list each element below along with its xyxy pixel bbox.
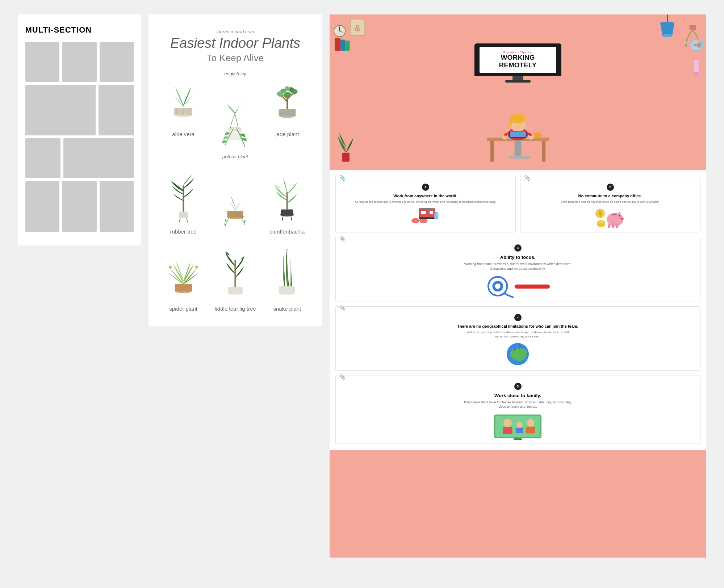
decor-lamp xyxy=(657,14,677,49)
svg-point-76 xyxy=(695,73,696,74)
benefit-desc-1: As long as the technology is available t… xyxy=(339,200,512,204)
plant-pothos: pothos plant xyxy=(211,154,259,235)
benefit-desc-5: Employees don't have to choose between w… xyxy=(464,400,572,409)
svg-line-20 xyxy=(187,218,188,222)
svg-point-101 xyxy=(597,220,605,223)
svg-rect-35 xyxy=(228,287,243,294)
benefit-desc-2: Save both time and money that would be s… xyxy=(524,200,696,204)
benefit-card-3: 📎 3 Ability to focus. Working from home … xyxy=(335,237,700,302)
panel-title: MULTI-SECTION xyxy=(25,25,134,35)
clip-icon-3: 📎 xyxy=(339,236,346,242)
benefit-card-4: 📎 4 There are no geographical limitation… xyxy=(335,306,700,370)
plant-aloe-img xyxy=(159,71,208,129)
svg-rect-63 xyxy=(518,139,522,156)
grid-cell xyxy=(25,138,60,178)
plant-aloe-label: aloe vera xyxy=(172,131,194,137)
svg-rect-95 xyxy=(608,224,610,228)
svg-rect-97 xyxy=(616,224,618,228)
svg-line-105 xyxy=(505,294,512,297)
benefit-card-1: 📎 1 Work from anywhere in the world. As … xyxy=(335,176,516,232)
plant-pothos-label-top: pothos plant xyxy=(222,154,248,159)
svg-point-32 xyxy=(168,265,172,269)
benefit-2-icon: $ xyxy=(524,207,696,228)
benefit-card-2: 📎 2 No commute to a company office. Save… xyxy=(520,176,700,232)
svg-text:$: $ xyxy=(599,210,602,216)
plants-title: Easiest Indoor Plants xyxy=(159,36,311,51)
benefit-title-3: Ability to focus. xyxy=(339,255,696,260)
svg-rect-120 xyxy=(514,438,522,440)
svg-rect-40 xyxy=(279,286,295,293)
svg-point-114 xyxy=(503,419,512,427)
svg-point-104 xyxy=(495,284,500,289)
working-title: WORKING REMOTELY xyxy=(482,54,553,69)
panel-plants: laurenconrad.com Easiest Indoor Plants T… xyxy=(148,14,322,326)
svg-rect-18 xyxy=(179,211,188,218)
plant-fiddle-label: fiddle leaf fig tree xyxy=(214,306,256,312)
grid-row-2 xyxy=(25,85,134,135)
remote-header: & xyxy=(330,14,706,170)
plant-fiddle: fiddle leaf fig tree xyxy=(211,238,259,312)
plant-snake-label: snake plant xyxy=(273,306,301,312)
svg-point-93 xyxy=(622,218,623,219)
monitor-display: Benefits + Tips for WORKING REMOTELY xyxy=(474,43,561,83)
svg-point-33 xyxy=(195,265,198,269)
grid-cell xyxy=(62,181,97,232)
svg-line-28 xyxy=(291,215,292,220)
grid-cell xyxy=(63,138,134,178)
svg-point-6 xyxy=(228,127,243,131)
plant-snake-img xyxy=(263,238,311,303)
plant-jade: jade plant xyxy=(263,71,311,150)
benefits-section: 📎 1 Work from anywhere in the world. As … xyxy=(330,170,706,450)
benefit-3-icon xyxy=(339,274,696,298)
grid-cell xyxy=(99,85,134,135)
grid-row-2b xyxy=(25,138,134,178)
plant-row-3: spider plant xyxy=(159,238,311,312)
clip-icon-4: 📎 xyxy=(339,305,346,311)
svg-rect-106 xyxy=(514,285,550,289)
svg-point-91 xyxy=(620,218,624,220)
panel-remote: & xyxy=(330,14,706,558)
svg-line-19 xyxy=(179,218,180,222)
svg-point-51 xyxy=(662,34,672,37)
benefit-number-4: 4 xyxy=(514,314,522,321)
svg-point-116 xyxy=(516,421,523,428)
svg-point-92 xyxy=(621,218,622,219)
svg-point-118 xyxy=(527,419,535,427)
panel-multisection: MULTI-SECTION xyxy=(18,14,141,245)
plant-rubber-img xyxy=(159,154,208,226)
benefit-number-1: 1 xyxy=(422,184,429,191)
svg-line-27 xyxy=(282,215,283,220)
plant-dief-label: dienffenbachia xyxy=(269,228,305,235)
grid-cell xyxy=(100,181,134,232)
monitor-base xyxy=(505,80,531,83)
plant-dief-img xyxy=(263,154,311,226)
plant-row-2: rubber tree pothos plant xyxy=(159,154,311,235)
plant-fiddle-img xyxy=(211,238,259,303)
grid-row-1 xyxy=(25,42,134,82)
plant-dief: dienffenbachia xyxy=(263,154,311,235)
plant-spider-label: spider plant xyxy=(169,306,197,312)
plant-jade-label: jade plant xyxy=(275,131,299,137)
svg-rect-26 xyxy=(281,209,293,215)
benefit-5-icon xyxy=(339,413,696,440)
plant-ivy-label: english ivy xyxy=(224,71,246,76)
monitor-screen-content: Benefits + Tips for WORKING REMOTELY xyxy=(480,47,556,73)
benefits-row-1: 📎 1 Work from anywhere in the world. As … xyxy=(335,176,700,232)
svg-line-22 xyxy=(174,183,184,192)
svg-rect-96 xyxy=(612,224,614,228)
svg-rect-24 xyxy=(227,211,243,218)
svg-point-67 xyxy=(528,135,533,139)
svg-rect-73 xyxy=(342,153,350,162)
svg-rect-60 xyxy=(542,141,545,162)
plant-row-1: aloe vera english ivy xyxy=(159,71,311,150)
svg-point-17 xyxy=(285,86,290,91)
svg-rect-82 xyxy=(421,211,426,214)
benefit-number-3: 3 xyxy=(514,244,522,252)
grid-cell xyxy=(25,42,60,82)
svg-rect-83 xyxy=(427,211,429,214)
clip-icon-5: 📎 xyxy=(339,374,346,380)
monitor-bezel: Benefits + Tips for WORKING REMOTELY xyxy=(474,43,561,76)
svg-rect-45 xyxy=(340,39,345,51)
plant-spider-img xyxy=(159,238,208,303)
plants-site: laurenconrad.com xyxy=(159,29,311,34)
